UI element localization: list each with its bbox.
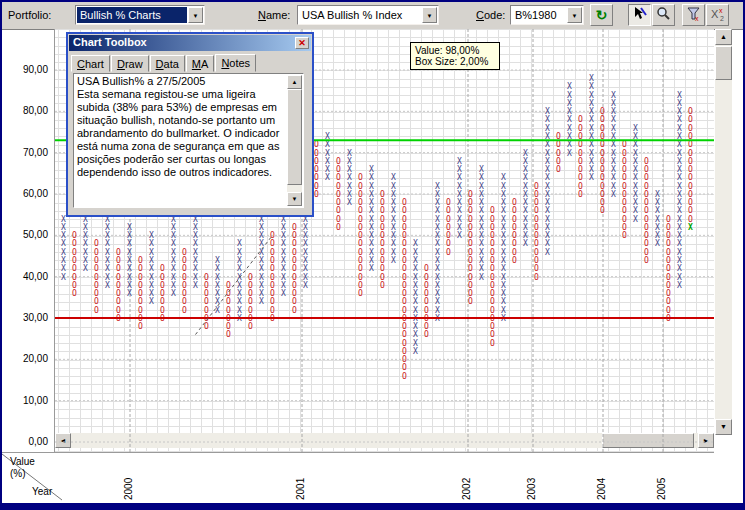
x-axis-strip: Value (%) Year 200020012002200320042005 (2, 453, 743, 503)
value-info-box: Value: 98,00% Box Size: 2,00% (410, 42, 500, 70)
dialog-titlebar[interactable]: Chart Toolbox ✕ (69, 35, 311, 51)
year-tick-label: 2004 (596, 454, 607, 500)
code-select[interactable]: B%1980 ▼ (510, 5, 584, 25)
code-value: B%1980 (512, 7, 566, 23)
y-tick-label: 70,00 (2, 147, 48, 158)
note-body: Esta semana registou-se uma ligeira subi… (77, 88, 285, 179)
note-scroll-up-button[interactable]: ▲ (287, 75, 302, 89)
svg-text:X: X (711, 8, 719, 20)
toolbox-tab-notes[interactable]: Notes (215, 54, 256, 72)
toolbox-tabs: ChartDrawDataMANotes (71, 53, 309, 71)
dialog-title: Chart Toolbox (73, 36, 147, 48)
vertical-scroll-thumb[interactable] (715, 46, 732, 80)
value-axis-unit: (%) (10, 468, 26, 479)
funnel-icon: x (686, 6, 702, 22)
toolbox-tab-ma[interactable]: MA (186, 55, 215, 72)
close-icon[interactable]: ✕ (295, 37, 309, 49)
filter-button[interactable]: x (682, 4, 705, 26)
portfolio-value: Bullish % Charts (77, 7, 187, 23)
toolbox-tab-chart[interactable]: Chart (71, 55, 110, 72)
subscript-button[interactable]: X 2 x (706, 4, 729, 26)
note-scroll-thumb[interactable] (287, 89, 302, 185)
name-label: Name: (258, 9, 290, 21)
year-tick-label: 2001 (295, 454, 306, 500)
y-tick-label: 20,00 (2, 353, 48, 364)
svg-text:x: x (695, 15, 699, 22)
vertical-scrollbar[interactable] (715, 29, 732, 435)
year-tick-label: 2005 (656, 454, 667, 500)
draw-select-icon (632, 6, 648, 22)
toolbox-tab-draw[interactable]: Draw (111, 55, 149, 72)
y-tick-label: 10,00 (2, 395, 48, 406)
app-window: Portfolio: Bullish % Charts ▼ Name: USA … (0, 0, 745, 510)
portfolio-label: Portfolio: (8, 9, 51, 21)
name-value: USA Bullish % Index (299, 7, 421, 23)
chevron-down-icon[interactable]: ▼ (188, 7, 203, 23)
y-tick-label: 40,00 (2, 271, 48, 282)
y-tick-label: 60,00 (2, 188, 48, 199)
y-tick-label: 80,00 (2, 105, 48, 116)
scroll-up-button[interactable]: ▲ (715, 29, 732, 45)
refresh-icon: ↻ (596, 7, 608, 23)
value-axis-label: Value (10, 456, 35, 467)
note-text: USA Bullish% a 27/5/2005 Esta semana reg… (77, 75, 285, 179)
y-tick-label: 0,00 (2, 436, 48, 447)
zoom-button[interactable] (652, 4, 675, 26)
toolbox-tab-data[interactable]: Data (150, 55, 185, 72)
portfolio-select[interactable]: Bullish % Charts ▼ (75, 5, 205, 25)
info-boxsize-line: Box Size: 2,00% (415, 56, 495, 67)
chevron-down-icon[interactable]: ▼ (567, 7, 582, 23)
notes-textarea[interactable]: USA Bullish% a 27/5/2005 Esta semana reg… (73, 73, 304, 208)
svg-text:2: 2 (720, 15, 724, 22)
y-tick-label: 50,00 (2, 229, 48, 240)
magnifier-icon (656, 6, 672, 22)
note-scroll-down-button[interactable]: ▼ (287, 192, 302, 206)
scroll-down-button[interactable]: ▼ (715, 419, 732, 435)
name-select[interactable]: USA Bullish % Index ▼ (297, 5, 439, 25)
x2-icon: X 2 x (710, 6, 726, 22)
toolbar: Portfolio: Bullish % Charts ▼ Name: USA … (2, 2, 743, 30)
chart-toolbox-dialog: Chart Toolbox ✕ ChartDrawDataMANotes USA… (66, 32, 314, 217)
year-tick-label: 2003 (526, 454, 537, 500)
year-tick-label: 2002 (461, 454, 472, 500)
chevron-down-icon[interactable]: ▼ (422, 7, 437, 23)
info-value-line: Value: 98,00% (415, 45, 495, 56)
y-tick-label: 30,00 (2, 312, 48, 323)
note-title: USA Bullish% a 27/5/2005 (77, 75, 285, 88)
year-axis-label: Year (32, 486, 52, 497)
year-tick-label: 2000 (123, 454, 134, 500)
y-tick-label: 90,00 (2, 64, 48, 75)
refresh-button[interactable]: ↻ (590, 4, 613, 26)
svg-text:x: x (719, 7, 723, 14)
draw-select-button[interactable] (628, 4, 651, 26)
code-label: Code: (476, 9, 505, 21)
